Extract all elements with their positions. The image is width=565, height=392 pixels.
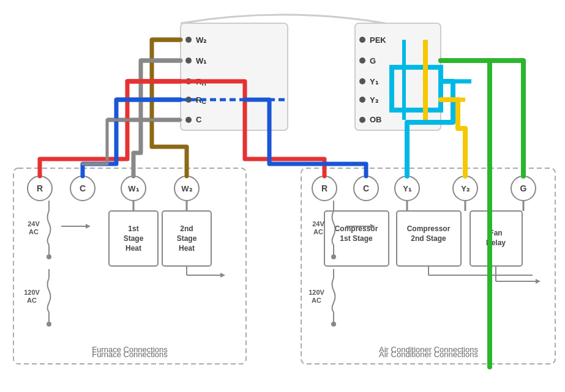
svg-point-4 [185,57,192,64]
svg-point-70 [47,322,51,327]
svg-marker-87 [220,273,225,278]
svg-text:Heat: Heat [179,244,195,253]
svg-point-23 [359,97,365,103]
svg-text:Y₂: Y₂ [370,95,378,105]
svg-text:W₂: W₂ [181,184,192,193]
svg-text:W₂: W₂ [196,35,206,45]
svg-text:PEK: PEK [370,35,386,45]
svg-text:2nd Stage: 2nd Stage [411,234,446,243]
svg-text:Stage: Stage [177,234,197,243]
svg-text:OB: OB [370,115,382,124]
svg-point-21 [359,78,365,84]
svg-point-25 [359,117,365,123]
svg-point-10 [185,117,192,123]
svg-marker-69 [86,224,91,229]
svg-text:1st Stage: 1st Stage [340,234,373,243]
svg-text:AC: AC [312,297,321,304]
svg-text:G: G [370,56,376,65]
svg-text:120V: 120V [24,289,40,296]
main-diagram: { "title": "HVAC Wiring Diagram", "therm… [0,0,565,392]
svg-text:C: C [363,183,369,193]
svg-text:C: C [80,183,86,193]
svg-text:Heat: Heat [125,244,141,253]
svg-point-67 [47,254,51,259]
svg-text:AC: AC [29,228,39,235]
svg-text:120V: 120V [309,289,324,296]
svg-text:W₁: W₁ [128,184,139,193]
svg-point-78 [331,322,336,327]
svg-text:Compressor: Compressor [407,224,451,233]
svg-text:AC: AC [27,297,37,304]
svg-marker-96 [536,279,541,284]
svg-text:24V: 24V [28,220,40,227]
svg-text:Y₁: Y₁ [403,184,412,193]
svg-text:R: R [37,183,43,193]
svg-point-17 [359,37,365,43]
furnace-label: Furnace Connections [92,350,168,359]
svg-text:C: C [196,115,202,124]
svg-text:1st: 1st [128,224,138,233]
svg-text:G: G [520,183,527,193]
wiring-diagram-svg: W₂ W₁ RH RC C PEK G Y₁ Y₂ OB [0,0,565,392]
svg-text:Stage: Stage [124,234,144,243]
svg-text:Y₁: Y₁ [370,77,379,86]
svg-text:2nd: 2nd [180,224,193,233]
svg-point-2 [185,37,192,43]
svg-text:24V: 24V [312,220,324,227]
svg-text:AC: AC [313,228,323,235]
svg-point-19 [359,57,365,64]
svg-point-75 [331,254,336,259]
ac-label: Air Conditioner Connections [379,350,478,359]
svg-text:Y₂: Y₂ [461,184,470,193]
svg-text:W₁: W₁ [196,56,207,65]
svg-text:R: R [321,183,327,193]
